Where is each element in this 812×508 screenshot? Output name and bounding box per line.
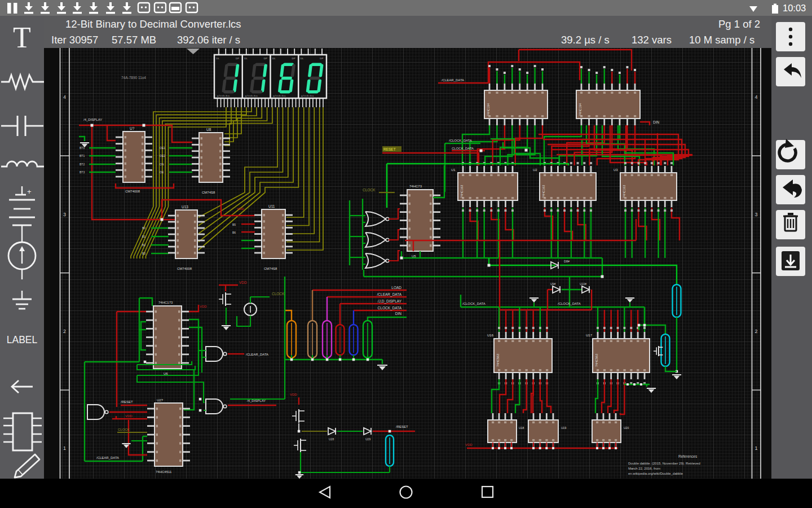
svg-text:U?: U? bbox=[130, 126, 135, 130]
svg-text:U10#: U10# bbox=[580, 282, 586, 286]
svg-text:T: T bbox=[13, 21, 31, 54]
svg-text:BT1: BT1 bbox=[80, 154, 85, 157]
svg-text:U17: U17 bbox=[586, 334, 593, 337]
svg-text:DL: DL bbox=[301, 57, 304, 60]
svg-text:DL: DL bbox=[217, 57, 220, 60]
svg-text:D8#: D8# bbox=[564, 260, 570, 263]
svg-text:en.wikipedia.org/wiki/Double_d: en.wikipedia.org/wiki/Double_dabble bbox=[628, 472, 683, 475]
svg-text:U1: U1 bbox=[451, 168, 456, 172]
svg-text:/CLEAR_DATA: /CLEAR_DATA bbox=[442, 78, 464, 82]
svg-text:VDD: VDD bbox=[237, 207, 244, 211]
svg-text:LOAD: LOAD bbox=[391, 286, 401, 290]
svg-text:OE: OE bbox=[160, 170, 164, 174]
svg-text:/CLOCK_DATA: /CLOCK_DATA bbox=[558, 302, 581, 305]
svg-text:OE2: OE2 bbox=[160, 154, 165, 157]
svg-text:U28: U28 bbox=[329, 437, 334, 441]
svg-text:1: 1 bbox=[63, 445, 66, 451]
svg-text:B3: B3 bbox=[142, 252, 145, 255]
svg-text:3: 3 bbox=[63, 212, 66, 217]
svg-text:DIN: DIN bbox=[653, 120, 660, 124]
svg-text:2: 2 bbox=[63, 329, 66, 334]
svg-text:CLOCK: CLOCK bbox=[363, 188, 376, 192]
svg-text:74HC563: 74HC563 bbox=[595, 354, 598, 367]
svg-text:BT0: BT0 bbox=[80, 146, 85, 150]
svg-text:BT2: BT2 bbox=[80, 163, 85, 166]
svg-text:g f e d c b a: g f e d c b a bbox=[301, 94, 314, 97]
svg-text:DL: DL bbox=[272, 57, 276, 60]
svg-text:+: + bbox=[27, 187, 32, 196]
svg-text:U8: U8 bbox=[206, 128, 211, 132]
svg-text:CM74S8: CM74S8 bbox=[264, 267, 277, 270]
svg-text:VDD: VDD bbox=[200, 305, 207, 308]
svg-text:74HC163: 74HC163 bbox=[623, 185, 626, 198]
svg-text:BT3: BT3 bbox=[80, 170, 85, 174]
svg-text:CM74S8: CM74S8 bbox=[202, 191, 215, 194]
svg-text:DP: DP bbox=[264, 57, 267, 60]
svg-text:/CLEAR_DATA: /CLEAR_DATA bbox=[246, 353, 268, 356]
svg-text:VDD: VDD bbox=[465, 443, 473, 446]
svg-text:U2: U2 bbox=[533, 168, 537, 172]
svg-text:B6: B6 bbox=[232, 231, 236, 234]
svg-text:74HC163: 74HC163 bbox=[460, 185, 464, 198]
svg-text:CM74008: CM74008 bbox=[125, 190, 140, 193]
svg-text:B0: B0 bbox=[142, 226, 145, 230]
svg-text:CLOCK_DATA: CLOCK_DATA bbox=[378, 306, 402, 310]
svg-text:/CLOCK_DATA: /CLOCK_DATA bbox=[462, 302, 486, 305]
svg-text:CM74008: CM74008 bbox=[177, 267, 192, 270]
svg-text:OE1: OE1 bbox=[160, 146, 165, 150]
svg-text:U13: U13 bbox=[182, 205, 188, 209]
svg-text:74HC563: 74HC563 bbox=[496, 354, 500, 367]
svg-text:/4_DISPLAY: /4_DISPLAY bbox=[83, 118, 102, 121]
svg-text:/CLOCK_DATA: /CLOCK_DATA bbox=[449, 139, 472, 142]
svg-text:DP: DP bbox=[236, 57, 239, 60]
svg-text:74HC73: 74HC73 bbox=[409, 185, 422, 188]
svg-text:B2: B2 bbox=[142, 243, 145, 247]
svg-text:74HC194: 74HC194 bbox=[487, 103, 490, 116]
svg-text:CLOCK: CLOCK bbox=[118, 428, 130, 431]
svg-text:ON: ON bbox=[160, 163, 164, 166]
svg-text:U16: U16 bbox=[487, 334, 494, 337]
svg-text:B1: B1 bbox=[142, 235, 145, 238]
svg-text:March 22, 2016, from: March 22, 2016, from bbox=[628, 467, 660, 470]
svg-text:/CLEAR_DATA: /CLEAR_DATA bbox=[377, 292, 402, 297]
svg-text:g f e d c b a: g f e d c b a bbox=[245, 94, 258, 97]
svg-text:VDD: VDD bbox=[290, 393, 297, 396]
svg-text:74HC163: 74HC163 bbox=[542, 185, 545, 198]
svg-text:74HC4511: 74HC4511 bbox=[156, 470, 172, 474]
svg-text:g f e d c b a: g f e d c b a bbox=[273, 94, 286, 97]
svg-text:U3: U3 bbox=[614, 168, 618, 172]
svg-text:DL: DL bbox=[244, 57, 248, 60]
svg-text:References: References bbox=[678, 454, 698, 458]
svg-text:74HC194: 74HC194 bbox=[579, 103, 582, 116]
svg-text:DIN: DIN bbox=[395, 312, 402, 316]
svg-text:/RESET: /RESET bbox=[121, 400, 133, 404]
svg-text:10:03: 10:03 bbox=[783, 3, 806, 13]
svg-text:U29: U29 bbox=[365, 437, 370, 441]
svg-text:U11: U11 bbox=[268, 204, 275, 208]
svg-text:3: 3 bbox=[754, 212, 757, 217]
svg-text:U9#: U9# bbox=[550, 282, 555, 286]
svg-text:LABEL: LABEL bbox=[7, 334, 38, 345]
svg-text:4: 4 bbox=[754, 94, 757, 100]
svg-text:/J,D_DISPLAY: /J,D_DISPLAY bbox=[378, 299, 402, 304]
svg-text:VDD: VDD bbox=[239, 281, 247, 284]
svg-text:DP: DP bbox=[320, 57, 323, 60]
svg-text:CLOCK_DATA: CLOCK_DATA bbox=[452, 147, 474, 150]
svg-text:U19: U19 bbox=[561, 426, 566, 430]
svg-text:B5: B5 bbox=[232, 223, 236, 226]
svg-text:74A-7890 11o4: 74A-7890 11o4 bbox=[121, 76, 146, 80]
svg-text:CLOCK: CLOCK bbox=[272, 292, 285, 296]
svg-text:RESET: RESET bbox=[383, 147, 396, 151]
svg-text:DP: DP bbox=[292, 57, 295, 60]
svg-text:U20: U20 bbox=[624, 426, 629, 430]
svg-text:74HC173: 74HC173 bbox=[158, 301, 173, 304]
svg-text:/CLEAR_DATA: /CLEAR_DATA bbox=[96, 456, 119, 459]
svg-text:2: 2 bbox=[754, 329, 757, 334]
svg-text:Double dabble. (2015, November: Double dabble. (2015, November 29). Retr… bbox=[628, 462, 700, 465]
svg-text:g f e d c b a: g f e d c b a bbox=[217, 94, 230, 97]
svg-text:U2?: U2? bbox=[157, 398, 164, 402]
svg-text:U18: U18 bbox=[519, 426, 524, 430]
svg-text:/RESET: /RESET bbox=[396, 425, 408, 428]
svg-text:4: 4 bbox=[63, 94, 66, 100]
svg-text:1: 1 bbox=[754, 445, 757, 451]
